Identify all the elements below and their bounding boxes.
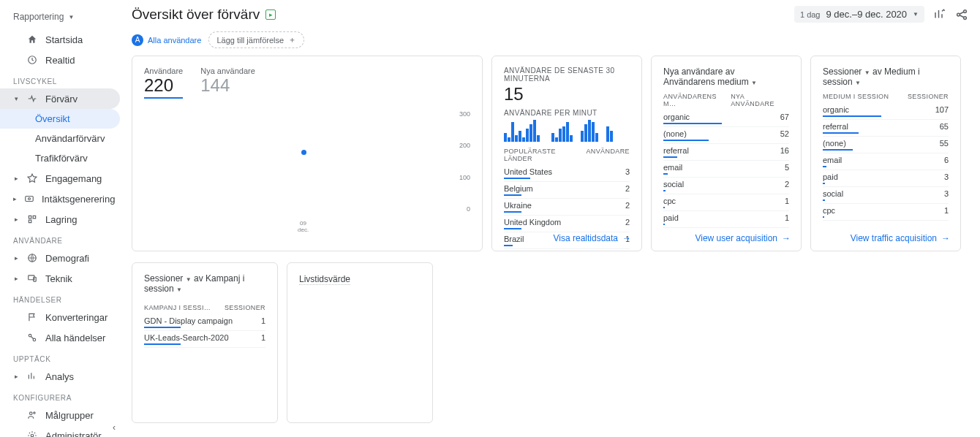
link-label: View traffic acquisition [851,233,937,243]
nav-audiences[interactable]: Målgrupper [0,405,120,425]
table-row[interactable]: paid1 [663,211,789,228]
section-header: KONFIGURERA [0,387,124,405]
table-row[interactable]: United States3 [504,165,630,182]
table-row[interactable]: Ukraine2 [504,199,630,216]
svg-point-8 [30,412,33,415]
metric-new-users[interactable]: Nya användare 144 [200,66,255,99]
segment-all-users[interactable]: A Alla användare [132,34,201,46]
table-row[interactable]: social2 [663,178,789,194]
card-title-wrap: Nya användare av Användarens medium ▼ [663,66,789,87]
verified-icon: ▸ [265,10,276,20]
nav-retention[interactable]: ▸ Lagring [0,209,120,229]
page-header: Översikt över förvärv ▸ 1 dag 9 dec.–9 d… [124,0,980,26]
col-header: ANVÄNDARE [586,148,630,162]
table-row[interactable]: GDN - Display campaign1 [144,314,265,331]
report-switcher-label: Rapportering [13,12,64,22]
nav-monetization[interactable]: ▸ Intäktsgenerering [0,189,120,209]
table-row[interactable]: cpc1 [663,194,789,211]
chevron-down-icon: ▾ [13,95,19,102]
nav-demographics[interactable]: ▸ Demografi [0,248,120,268]
section-header: ANVÄNDARE [0,229,124,248]
sparkline-bars [504,120,630,142]
table-row[interactable]: paid3 [823,170,949,187]
nav-acquisition[interactable]: ▾ Förvärv [0,88,120,109]
card-sessions-by-medium: Sessioner ▼ av Medium i session ▼ MEDIUM… [810,56,961,251]
insights-icon[interactable] [933,8,946,21]
metric-users[interactable]: Användare 220 [144,66,183,99]
card-realtime: ANVÄNDARE DE SENASTE 30 MINUTERNA 15 ANV… [491,56,642,251]
collapse-sidebar[interactable]: ‹ [113,422,116,433]
table-row[interactable]: Belgium2 [504,182,630,199]
metric-value: 144 [200,75,255,96]
title-text: Översikt över förvärv [132,7,260,23]
line-chart: 3002001000 09 dec. [144,110,470,235]
section-header: UPPTÄCK [0,348,124,366]
table-row[interactable]: referral16 [663,144,789,161]
view-realtime-link[interactable]: Visa realtidsdata → [554,233,632,243]
segment-avatar: A [132,34,143,46]
view-user-acq-link[interactable]: View user acquisition → [695,233,791,243]
nav-label: Konverteringar [45,312,108,323]
table-row[interactable]: (none)52 [663,127,789,144]
chevron-down-icon: ▼ [751,80,757,86]
clock-icon [26,54,38,66]
card-title-wrap: Sessioner ▼ av Kampanj i session ▼ [144,273,265,294]
nav-analysis[interactable]: ▸ Analys [0,366,120,387]
svg-rect-1 [26,197,34,202]
nav-label: Startsida [45,34,83,45]
table-row[interactable]: (none)55 [823,137,949,153]
table-row[interactable]: cpc1 [823,204,949,221]
table-row[interactable]: organic67 [663,110,789,127]
chevron-right-icon: ▸ [13,195,17,202]
table-row[interactable]: email6 [823,153,949,170]
table-row[interactable]: UK-Leads-Search-20201 [144,331,265,348]
metric-value: 220 [144,75,183,96]
analysis-icon [26,370,38,382]
metric-label: Användare [144,66,183,75]
devices-icon [26,273,38,284]
nav-label: Analys [45,371,74,382]
nav-all-events[interactable]: Alla händelser [0,327,120,348]
nav-label: Teknik [45,273,72,284]
card-title-wrap: Sessioner ▼ av Medium i session ▼ [823,66,949,87]
add-comparison[interactable]: Lägg till jämförelse ＋ [208,31,304,48]
nav-conversions[interactable]: Konverteringar [0,307,120,327]
card-new-users-by-medium: Nya användare av Användarens medium ▼ AN… [651,56,802,251]
date-prefix: 1 dag [800,10,821,19]
dimension-picker[interactable]: Användarens medium ▼ [663,77,757,87]
date-range-picker[interactable]: 1 dag 9 dec.–9 dec. 2020 ▼ [794,6,924,23]
chevron-right-icon: ▸ [13,216,19,223]
nav-tech[interactable]: ▸ Teknik [0,268,120,289]
metric-label: Nya användare [200,66,255,75]
table-row[interactable]: United Kingdom2 [504,216,630,232]
report-switcher[interactable]: Rapportering ▼ [0,9,124,29]
nav-engagement[interactable]: ▸ Engagemang [0,168,120,189]
chevron-right-icon: ▸ [13,275,19,282]
arrow-right-icon: → [622,233,631,243]
chevron-down-icon: ▼ [913,11,919,18]
table-row[interactable]: email5 [663,161,789,178]
table-row[interactable]: organic107 [823,103,949,120]
nav-admin[interactable]: Administratör [0,425,120,437]
nav-label: Administratör [45,430,102,438]
metric-picker[interactable]: Sessioner ▼ [144,273,192,284]
table-row[interactable]: referral65 [823,120,949,137]
table-row[interactable]: social3 [823,187,949,204]
share-icon[interactable] [955,8,968,21]
plus-icon: ＋ [288,34,296,45]
view-traffic-acq-link[interactable]: View traffic acquisition → [851,233,950,243]
arrow-right-icon: → [782,233,791,243]
money-icon [24,193,34,205]
nav-overview[interactable]: Översikt [0,109,120,129]
nav-traffic-acq[interactable]: Trafikförvärv [0,148,120,168]
nav-user-acq[interactable]: Användarförvärv [0,129,120,148]
nav-realtime[interactable]: Realtid [0,50,120,70]
nav-home[interactable]: Startsida [0,29,120,50]
chevron-right-icon: ▸ [13,254,19,262]
gear-icon [26,430,38,437]
metric-picker[interactable]: Sessioner ▼ [823,66,870,77]
realtime-count: 15 [504,84,630,104]
nav-label: Intäktsgenerering [42,194,115,205]
page-title: Översikt över förvärv ▸ [132,7,276,23]
col-header: POPULÄRASTE LÄNDER [504,148,586,162]
